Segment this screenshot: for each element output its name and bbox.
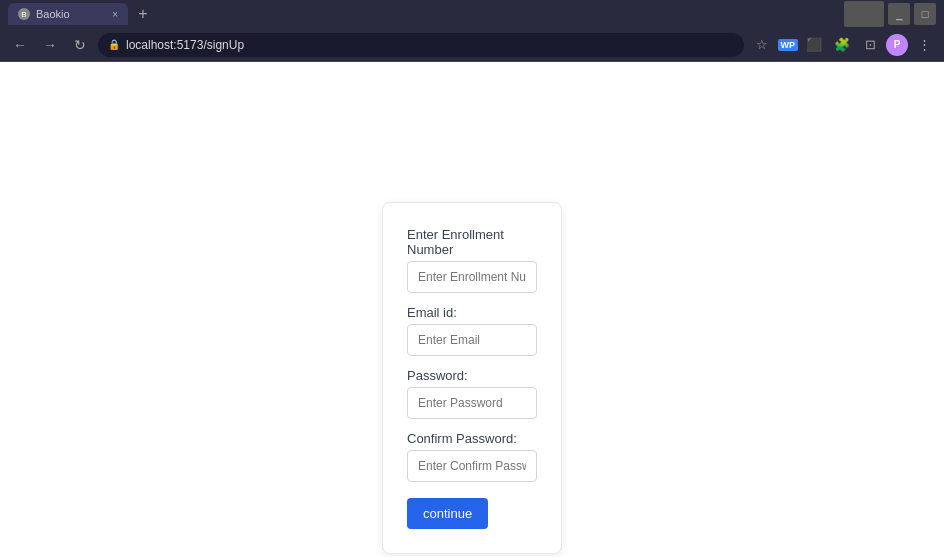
enrollment-input[interactable] xyxy=(407,261,537,293)
email-label: Email id: xyxy=(407,305,537,320)
menu-icon[interactable]: ⋮ xyxy=(912,33,936,57)
toolbar: ← → ↻ 🔒 localhost:5173/signUp ☆ WP ⬛ 🧩 ⊡… xyxy=(0,28,944,62)
confirm-password-input[interactable] xyxy=(407,450,537,482)
tab-title: Baokio xyxy=(36,8,70,20)
password-input[interactable] xyxy=(407,387,537,419)
tab-favicon: B xyxy=(18,8,30,20)
confirm-password-label: Confirm Password: xyxy=(407,431,537,446)
signup-form-card: Enter Enrollment Number Email id: Passwo… xyxy=(382,202,562,554)
extension-icon[interactable]: ⬛ xyxy=(802,33,826,57)
refresh-button[interactable]: ↻ xyxy=(68,33,92,57)
active-tab[interactable]: B Baokio × xyxy=(8,3,128,25)
enrollment-group: Enter Enrollment Number xyxy=(407,227,537,293)
password-group: Password: xyxy=(407,368,537,419)
wp-badge: WP xyxy=(778,39,799,51)
expand-icon[interactable]: □ xyxy=(914,3,936,25)
email-input[interactable] xyxy=(407,324,537,356)
url-text: localhost:5173/signUp xyxy=(126,38,244,52)
lock-icon: 🔒 xyxy=(108,39,120,50)
profile-avatar[interactable]: P xyxy=(886,34,908,56)
puzzle-icon[interactable]: 🧩 xyxy=(830,33,854,57)
email-group: Email id: xyxy=(407,305,537,356)
confirm-password-group: Confirm Password: xyxy=(407,431,537,482)
tab-thumbnail xyxy=(844,1,884,27)
main-content: Enter Enrollment Number Email id: Passwo… xyxy=(0,62,944,557)
minimize-icon[interactable]: ⎯ xyxy=(888,3,910,25)
forward-button[interactable]: → xyxy=(38,33,62,57)
enrollment-label: Enter Enrollment Number xyxy=(407,227,537,257)
new-tab-button[interactable]: + xyxy=(132,3,154,25)
back-button[interactable]: ← xyxy=(8,33,32,57)
tab-bar: B Baokio × + ⎯ □ xyxy=(0,0,944,28)
toolbar-right: ☆ WP ⬛ 🧩 ⊡ P ⋮ xyxy=(750,33,937,57)
password-label: Password: xyxy=(407,368,537,383)
window-icon[interactable]: ⊡ xyxy=(858,33,882,57)
address-bar[interactable]: 🔒 localhost:5173/signUp xyxy=(98,33,744,57)
continue-button[interactable]: continue xyxy=(407,498,488,529)
tab-close-button[interactable]: × xyxy=(112,9,118,20)
bookmark-icon[interactable]: ☆ xyxy=(750,33,774,57)
